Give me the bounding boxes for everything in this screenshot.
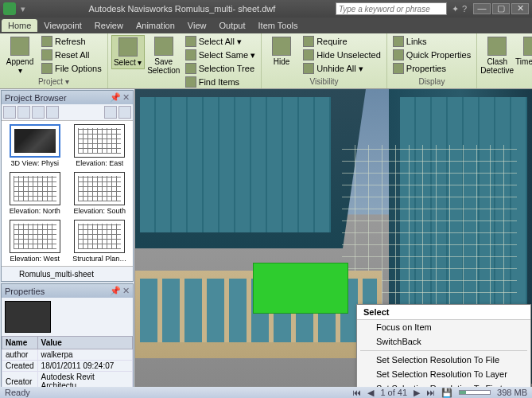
selection-tree-button[interactable]: Selection Tree — [183, 62, 258, 75]
reset-all-icon — [41, 49, 52, 60]
menu-separator — [360, 350, 527, 351]
status-text: Ready — [5, 388, 30, 397]
append-label: Append ▾ — [5, 57, 35, 75]
clash-detective-icon — [487, 37, 507, 56]
unhide-all-button[interactable]: Unhide All ▾ — [301, 62, 383, 75]
close-button[interactable]: ✕ — [511, 3, 529, 14]
links-label: Links — [406, 37, 427, 46]
tab-animation[interactable]: Animation — [130, 19, 181, 32]
maximize-button[interactable]: ▢ — [492, 3, 510, 14]
help-icon[interactable]: ? — [462, 4, 467, 14]
pb-tool-2[interactable] — [17, 106, 30, 119]
pb-tool-list[interactable] — [118, 106, 131, 119]
append-button[interactable]: Append ▾ — [3, 35, 37, 76]
file-options-label: File Options — [55, 64, 102, 73]
pb-nav-icon[interactable] — [5, 268, 16, 279]
refresh-button[interactable]: Refresh — [39, 35, 104, 48]
properties-title: Properties — [5, 287, 45, 296]
sheet-nav-prev-icon[interactable]: ◀ — [367, 388, 374, 398]
panel-pin-icon[interactable]: 📌 — [110, 92, 121, 103]
ribbon-group-tools: Clash DetectiveTimeLinerPresenterAnimato… — [477, 33, 532, 88]
pb-tool-3[interactable] — [32, 106, 45, 119]
select-all-button[interactable]: Select All ▾ — [183, 35, 258, 48]
menu-item-set-selection-resolution-to-layer[interactable]: Set Selection Resolution To Layer — [357, 367, 530, 381]
prop-name: author — [2, 349, 38, 361]
page-indicator: 1 of 41 — [380, 388, 407, 397]
help-search-input[interactable] — [336, 2, 447, 15]
ribbon-group-label: Project ▾ — [3, 76, 104, 87]
timeliner-icon — [523, 37, 532, 56]
select-button[interactable]: Select ▾ — [111, 35, 145, 69]
sheet-thumb-caption: Elevation: South — [73, 207, 126, 215]
selected-element[interactable] — [253, 263, 348, 314]
require-button[interactable]: Require — [301, 35, 383, 48]
qat-arrow[interactable]: ▾ — [21, 4, 25, 14]
append-icon — [10, 37, 29, 56]
sheet-nav-first-icon[interactable]: ⏮ — [352, 388, 361, 397]
select-same-button[interactable]: Select Same ▾ — [183, 49, 258, 61]
context-menu-header: Select — [357, 305, 530, 320]
timeliner-button[interactable]: TimeLiner — [516, 35, 532, 68]
disk-icon: 💾 — [441, 388, 452, 398]
app-icon[interactable] — [3, 2, 16, 15]
quick-properties-label: Quick Properties — [406, 50, 471, 60]
ribbon-group-label: Display — [390, 76, 473, 87]
tab-viewpoint[interactable]: Viewpoint — [37, 19, 88, 32]
menu-item-label: SwitchBack — [376, 337, 421, 346]
sheet-thumb[interactable]: Elevation: East — [70, 124, 130, 167]
sheet-thumb-image — [74, 172, 125, 205]
menu-item-focus-on-item[interactable]: Focus on Item — [357, 320, 530, 334]
prop-header-name[interactable]: Name — [2, 337, 38, 349]
tab-review[interactable]: Review — [88, 19, 130, 32]
sheet-thumb[interactable]: Elevation: West — [5, 220, 65, 263]
selection-tree-label: Selection Tree — [199, 64, 254, 73]
pb-tool-1[interactable] — [3, 106, 16, 119]
file-options-button[interactable]: File Options — [39, 62, 104, 75]
table-row[interactable]: authorwalkerpa — [2, 349, 133, 361]
ribbon-group-visibility: HideRequireHide UnselectedUnhide All ▾Vi… — [262, 33, 387, 88]
properties-button[interactable]: Properties — [390, 62, 473, 75]
sheet-nav-last-icon[interactable]: ⏭ — [426, 388, 435, 397]
tab-item-tools[interactable]: Item Tools — [252, 19, 305, 32]
hide-unselected-button[interactable]: Hide Unselected — [301, 49, 383, 61]
tab-view[interactable]: View — [181, 19, 213, 32]
hide-unselected-label: Hide Unselected — [316, 50, 381, 60]
pb-tool-grid[interactable] — [104, 106, 117, 119]
links-button[interactable]: Links — [390, 35, 473, 48]
hide-unselected-icon — [303, 49, 314, 60]
3d-viewport[interactable]: Select Focus on ItemSwitchBackSet Select… — [135, 89, 532, 387]
title-bar: ▾ Autodesk Navisworks Romulus_multi- she… — [0, 0, 532, 18]
select-icon — [118, 37, 138, 57]
minimize-button[interactable]: — — [473, 3, 491, 14]
props-close-icon[interactable]: ✕ — [122, 286, 130, 296]
prop-header-value[interactable]: Value — [37, 337, 132, 349]
sheet-thumb-caption: Structural Plan… — [72, 255, 126, 263]
status-bar: Ready ⏮ ◀ 1 of 41 ▶ ⏭ 💾 398 MB — [0, 387, 532, 398]
hide-button[interactable]: Hide — [265, 35, 298, 68]
pb-tool-4[interactable] — [46, 106, 59, 119]
find-items-button[interactable]: Find Items — [183, 76, 258, 88]
sheet-nav-next-icon[interactable]: ▶ — [414, 388, 420, 398]
sheet-thumb[interactable]: Elevation: South — [70, 172, 130, 215]
props-pin-icon[interactable]: 📌 — [110, 286, 121, 296]
sheet-thumb[interactable]: 3D View: Physi — [5, 124, 65, 167]
panel-close-icon[interactable]: ✕ — [122, 92, 130, 103]
refresh-label: Refresh — [55, 37, 86, 46]
sheet-thumb[interactable]: Elevation: North — [5, 172, 65, 215]
menu-item-switchback[interactable]: SwitchBack — [357, 334, 530, 349]
tab-output[interactable]: Output — [213, 19, 252, 32]
quick-properties-button[interactable]: Quick Properties — [390, 49, 473, 61]
sheet-thumb-image — [10, 124, 60, 158]
infocenter-icon[interactable]: ✦ — [452, 4, 459, 14]
clash-detective-button[interactable]: Clash Detective — [480, 35, 514, 76]
properties-label: Properties — [406, 64, 446, 73]
tab-home[interactable]: Home — [2, 19, 37, 32]
save-selection-button[interactable]: Save Selection — [147, 35, 181, 76]
sheet-thumb-image — [10, 172, 60, 205]
memory-bar — [459, 390, 491, 395]
menu-item-set-selection-resolution-to-file[interactable]: Set Selection Resolution To File — [357, 353, 530, 367]
sheet-thumb[interactable]: Structural Plan… — [70, 220, 130, 263]
reset-all-button[interactable]: Reset All — [39, 49, 104, 61]
table-row[interactable]: Created18/01/2011 09:24:07 — [2, 361, 133, 372]
menu-item-set-selection-resolution-to-first-object[interactable]: Set Selection Resolution To First Object — [357, 381, 530, 387]
